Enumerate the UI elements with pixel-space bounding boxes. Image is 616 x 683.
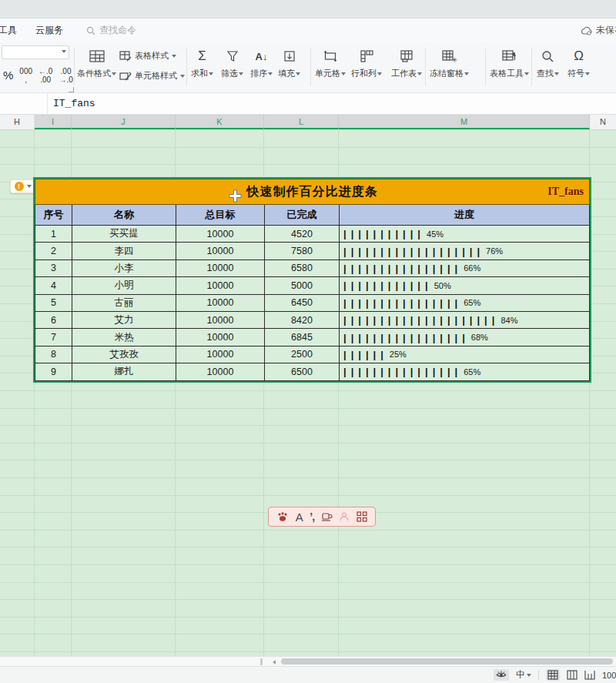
header-cell-no[interactable]: 序号 (35, 205, 72, 225)
scroll-left-icon[interactable] (273, 660, 276, 665)
cell-no[interactable]: 4 (35, 277, 72, 293)
zoom-level[interactable]: 100% (602, 671, 616, 680)
cell-no[interactable]: 2 (35, 243, 72, 259)
dialog-launcher-icon[interactable] (69, 87, 74, 92)
column-header-l[interactable]: L (264, 115, 339, 129)
cell-no[interactable]: 8 (35, 347, 72, 363)
table-row[interactable]: 6艾力100008420|||||||||||||||||||||84% (35, 312, 590, 329)
cell-no[interactable]: 7 (35, 329, 72, 345)
cell-no[interactable]: 3 (35, 260, 72, 276)
formula-input[interactable]: IT_fans (48, 98, 95, 109)
sheet-grid[interactable]: ! 快速制作百分比进度条 IT_fans 序号 名称 总目标 已完成 进度 1买… (0, 129, 616, 656)
cell-done[interactable]: 5000 (265, 277, 340, 293)
table-row[interactable]: 1买买提100004520|||||||||||45% (35, 226, 590, 243)
column-header-h[interactable]: H (0, 115, 35, 129)
grid-icon[interactable] (357, 511, 367, 522)
normal-view-button[interactable] (546, 669, 560, 681)
fill-button[interactable]: 填充 (278, 47, 300, 79)
watermark-toolbar[interactable]: A ’, (268, 507, 376, 527)
name-box[interactable] (0, 93, 48, 114)
column-header-i[interactable]: I (35, 115, 72, 129)
cell-progress[interactable]: ||||||25% (340, 347, 590, 363)
cell-name[interactable]: 小李 (72, 260, 176, 276)
cell-progress[interactable]: |||||||||||||||||68% (340, 329, 590, 345)
cell-progress[interactable]: ||||||||||||||||65% (340, 295, 590, 311)
symbol-button[interactable]: Ω 符号 (567, 47, 590, 79)
conditional-format-button[interactable]: 条件格式 (77, 47, 116, 79)
cell-no[interactable]: 1 (35, 226, 72, 242)
filter-button[interactable]: 筛选 (221, 47, 243, 79)
menu-tab-cloud[interactable]: 云服务 (26, 18, 72, 42)
sum-button[interactable]: Σ 求和 (191, 47, 213, 79)
cell-done[interactable]: 6580 (265, 260, 340, 276)
menu-tab-tools[interactable]: 工具 (0, 18, 26, 42)
cell-done[interactable]: 2500 (265, 347, 340, 363)
scrollbar-split-handle[interactable] (260, 658, 263, 665)
cell-no[interactable]: 9 (35, 363, 72, 380)
cell-target[interactable]: 10000 (176, 277, 265, 293)
cell-done[interactable]: 6450 (265, 295, 340, 311)
table-row[interactable]: 3小李100006580||||||||||||||||66% (35, 260, 590, 277)
cell-progress[interactable]: ||||||||||||||||65% (340, 363, 590, 380)
cell-target[interactable]: 10000 (176, 226, 265, 242)
cells-button[interactable]: 单元格 (315, 47, 346, 79)
table-row[interactable]: 9娜扎100006500||||||||||||||||65% (35, 363, 590, 380)
cell-done[interactable]: 8420 (265, 312, 340, 328)
header-cell-progress[interactable]: 进度 (340, 205, 590, 225)
column-header-j[interactable]: J (72, 115, 176, 129)
cell-name[interactable]: 古丽 (72, 295, 176, 311)
table-tools-button[interactable]: 表格工具 (490, 47, 529, 79)
page-layout-view-button[interactable] (567, 670, 578, 680)
cell-style-button[interactable]: 单元格样式 (119, 70, 185, 82)
page-break-view-button[interactable] (584, 670, 595, 680)
cell-done[interactable]: 6500 (265, 363, 340, 380)
table-style-button[interactable]: 表格样式 (119, 50, 176, 62)
cup-icon[interactable] (321, 511, 333, 522)
cell-target[interactable]: 10000 (176, 312, 265, 328)
scrollbar-thumb[interactable] (281, 658, 613, 665)
cell-done[interactable]: 7580 (265, 243, 340, 259)
header-cell-done[interactable]: 已完成 (265, 205, 340, 225)
cell-no[interactable]: 5 (35, 295, 72, 311)
cell-name[interactable]: 艾孜孜 (72, 347, 176, 363)
cell-target[interactable]: 10000 (176, 347, 265, 363)
error-checking-button[interactable]: ! (10, 179, 35, 193)
column-header-k[interactable]: K (176, 115, 264, 129)
cell-progress[interactable]: |||||||||||||||||||||84% (340, 312, 590, 328)
cell-no[interactable]: 6 (35, 312, 72, 328)
cell-target[interactable]: 10000 (176, 260, 265, 276)
person-icon[interactable] (339, 511, 350, 522)
worksheet-button[interactable]: 工作表 (391, 47, 422, 79)
progress-table[interactable]: 快速制作百分比进度条 IT_fans 序号 名称 总目标 已完成 进度 1买买提… (35, 179, 590, 381)
sort-button[interactable]: A↓ 排序 (250, 47, 273, 79)
table-row[interactable]: 8艾孜孜100002500||||||25% (35, 347, 590, 363)
percent-style-button[interactable]: % (2, 67, 15, 85)
find-button[interactable]: 查找 (537, 47, 559, 79)
cell-name[interactable]: 李四 (72, 243, 176, 259)
header-cell-name[interactable]: 名称 (72, 205, 176, 225)
quote-icon[interactable]: ’, (310, 511, 314, 523)
cell-done[interactable]: 4520 (265, 226, 340, 242)
cell-target[interactable]: 10000 (176, 295, 265, 311)
letter-a-icon[interactable]: A (296, 511, 303, 524)
table-header-row[interactable]: 序号 名称 总目标 已完成 进度 (35, 205, 590, 226)
cell-target[interactable]: 10000 (176, 329, 265, 345)
command-search[interactable]: 查找命令 (86, 24, 136, 37)
table-title-cell[interactable]: 快速制作百分比进度条 IT_fans (35, 179, 590, 205)
cell-progress[interactable]: |||||||||||||||||||76% (340, 243, 590, 259)
eye-protection-button[interactable] (494, 669, 509, 681)
cell-name[interactable]: 小明 (72, 277, 176, 293)
column-header-n[interactable]: N (590, 115, 616, 129)
table-row[interactable]: 4小明100005000||||||||||||50% (35, 277, 590, 294)
column-header-m[interactable]: M (339, 115, 590, 129)
cell-name[interactable]: 买买提 (72, 226, 176, 242)
table-row[interactable]: 5古丽100006450||||||||||||||||65% (35, 295, 590, 312)
cell-name[interactable]: 米热 (72, 329, 176, 345)
cell-target[interactable]: 10000 (176, 363, 265, 380)
cell-progress[interactable]: ||||||||||||||||66% (340, 260, 590, 276)
cell-name[interactable]: 娜扎 (72, 363, 176, 380)
freeze-panes-button[interactable]: ✳ 冻结窗格 (430, 47, 469, 79)
horizontal-scrollbar[interactable] (0, 656, 616, 666)
header-cell-target[interactable]: 总目标 (176, 205, 265, 225)
cell-name[interactable]: 艾力 (72, 312, 176, 328)
